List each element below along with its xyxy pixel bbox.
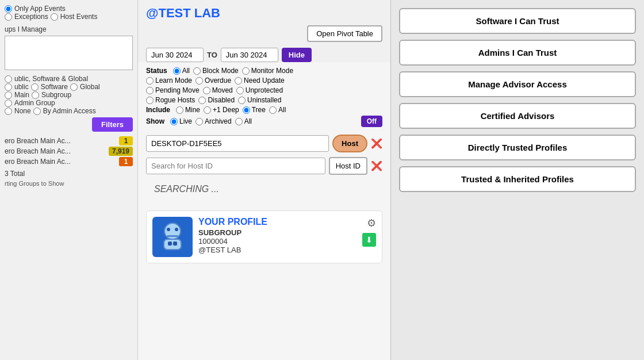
profile-icons: ⚙ ⬇: [362, 217, 376, 247]
status-unprotected-radio[interactable]: [236, 87, 244, 94]
certified-advisors-button[interactable]: Certified Advisors: [399, 103, 636, 129]
svg-point-1: [167, 228, 170, 231]
filters-button[interactable]: Filters: [92, 117, 133, 132]
badge-green: 7,919: [109, 147, 133, 156]
show-live-radio[interactable]: [170, 118, 178, 125]
status-row4: Rogue Hosts Disabled Uninstalled: [146, 96, 382, 104]
host-name-input[interactable]: [146, 135, 329, 152]
svg-rect-4: [164, 239, 181, 250]
status-rogue-radio[interactable]: [146, 97, 154, 104]
status-learn-radio[interactable]: [146, 77, 154, 85]
avatar-icon: [155, 220, 190, 254]
status-pending-label: Pending Move: [146, 86, 200, 94]
global-radio[interactable]: [70, 83, 78, 91]
group-list: ero Breach Main Ac... 1 ero Breach Main …: [5, 136, 133, 187]
svg-point-2: [175, 228, 178, 231]
status-block-radio[interactable]: [193, 67, 201, 75]
trusted-inherited-profiles-button[interactable]: Trusted & Inherited Profiles: [399, 166, 636, 192]
include-mine-label: Mine: [176, 106, 200, 114]
host-id-clear-button[interactable]: ❌: [371, 160, 382, 171]
date-row: Jun 30 2024 TO Jun 30 2024 Hide: [146, 48, 382, 62]
show-archived-label: Archived: [195, 117, 232, 125]
admin-group-label: Admin Group: [14, 99, 55, 107]
host-clear-button[interactable]: ❌: [371, 138, 382, 149]
public-scope-label: ublic, Software & Global: [14, 75, 88, 83]
global-label: Global: [80, 83, 100, 91]
public-scope-radio[interactable]: [5, 75, 12, 83]
host-id-input[interactable]: [146, 158, 325, 174]
manage-advisor-access-button[interactable]: Manage Advisor Access: [399, 71, 636, 97]
by-admin-radio[interactable]: [33, 108, 41, 115]
right-panel: Software I Can Trust Admins I Can Trust …: [391, 0, 644, 360]
host-button[interactable]: Host: [332, 135, 367, 152]
events-section: Only App Events Exceptions Host Events: [5, 5, 133, 21]
software-label: Software: [41, 83, 68, 91]
host-title: @TEST LAB: [146, 6, 382, 21]
show-all-radio[interactable]: [235, 118, 243, 125]
middle-panel: @TEST LAB Open Pivot Table Jun 30 2024 T…: [138, 0, 391, 360]
date-from[interactable]: Jun 30 2024: [146, 48, 204, 62]
host-id-button[interactable]: Host ID: [329, 157, 367, 175]
svg-rect-6: [173, 242, 177, 246]
status-disabled-radio[interactable]: [198, 97, 206, 104]
include-mine-radio[interactable]: [176, 106, 183, 114]
software-radio[interactable]: [31, 83, 39, 91]
host-events-label: Host Events: [60, 13, 98, 21]
include-deep-radio[interactable]: [204, 106, 211, 114]
main-label: Main: [14, 91, 29, 99]
to-label: TO: [207, 51, 217, 59]
status-need-update-label: Need Update: [235, 76, 285, 85]
host-events-radio[interactable]: [51, 13, 58, 21]
none-label: None: [14, 107, 31, 115]
status-overdue-radio[interactable]: [195, 77, 203, 85]
main-radio[interactable]: [5, 91, 12, 99]
download-icon[interactable]: ⬇: [362, 233, 376, 247]
gear-icon[interactable]: ⚙: [367, 217, 376, 229]
status-disabled-label: Disabled: [198, 96, 235, 104]
date-to[interactable]: Jun 30 2024: [221, 48, 278, 62]
hide-button[interactable]: Hide: [282, 48, 312, 62]
exceptions-radio[interactable]: [5, 13, 12, 21]
status-row2: Learn Mode Overdue Need Update: [146, 76, 382, 85]
none-radio[interactable]: [5, 108, 12, 115]
profile-subgroup: SUBGROUP: [198, 228, 356, 237]
open-pivot-table-button[interactable]: Open Pivot Table: [307, 25, 382, 42]
status-section: Status All Block Mode Monitor Mode Learn…: [138, 67, 390, 127]
software-i-can-trust-button[interactable]: Software I Can Trust: [399, 8, 636, 34]
status-all-radio[interactable]: [173, 67, 181, 75]
only-app-events-radio[interactable]: [5, 5, 12, 13]
badge-yellow: 1: [119, 136, 133, 145]
status-learn-label: Learn Mode: [146, 76, 192, 85]
include-label: Include: [146, 106, 170, 114]
status-uninstalled-radio[interactable]: [238, 97, 246, 104]
middle-header: @TEST LAB Open Pivot Table Jun 30 2024 T…: [138, 0, 390, 62]
status-moved-label: Moved: [203, 86, 233, 94]
include-all-radio[interactable]: [269, 106, 277, 114]
public-radio[interactable]: [5, 83, 12, 91]
include-tree-radio[interactable]: [243, 106, 250, 114]
status-block-label: Block Mode: [193, 67, 239, 75]
status-rogue-label: Rogue Hosts: [146, 96, 195, 104]
searching-status: SEARCHING ...: [146, 179, 382, 199]
status-need-update-radio[interactable]: [235, 77, 242, 85]
only-app-events-label: Only App Events: [14, 5, 66, 13]
off-button[interactable]: Off: [361, 116, 382, 127]
profile-card: YOUR PROFILE SUBGROUP 1000004 @TEST LAB …: [146, 210, 382, 263]
show-archived-radio[interactable]: [195, 118, 203, 125]
status-monitor-label: Monitor Mode: [242, 67, 293, 75]
svg-rect-3: [167, 235, 178, 237]
subgroup-radio[interactable]: [32, 91, 39, 99]
status-overdue-label: Overdue: [195, 76, 231, 85]
search-section: Host ❌ Host ID ❌ SEARCHING ...: [138, 129, 390, 205]
public-label: ublic: [14, 83, 29, 91]
scope-section: ublic, Software & Global ublic Software …: [5, 75, 133, 132]
list-item: ero Breach Main Ac... 1: [5, 136, 133, 145]
list-item-label: ero Breach Main Ac...: [5, 158, 71, 166]
status-moved-radio[interactable]: [203, 87, 210, 94]
directly-trusted-profiles-button[interactable]: Directly Trusted Profiles: [399, 135, 636, 160]
admin-group-radio[interactable]: [5, 99, 12, 107]
show-label: Show: [146, 117, 164, 125]
status-monitor-radio[interactable]: [242, 67, 250, 75]
status-pending-radio[interactable]: [146, 87, 154, 94]
admins-i-can-trust-button[interactable]: Admins I Can Trust: [399, 40, 636, 66]
